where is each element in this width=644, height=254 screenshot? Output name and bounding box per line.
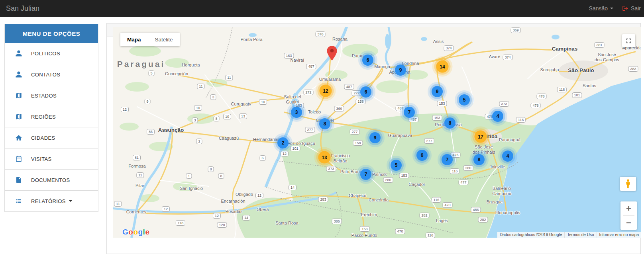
road-badge: 374 <box>503 55 512 60</box>
city-label: Santa Rosa <box>275 221 298 226</box>
cluster-marker-blue[interactable]: 5 <box>459 94 470 106</box>
user-menu-label: Sansão <box>589 5 608 12</box>
city-label: Avaré <box>489 54 501 59</box>
city-label: Obligado <box>236 192 253 197</box>
pegman-button[interactable] <box>620 177 636 191</box>
city-label: Posadas <box>226 209 243 214</box>
road-badge: 374 <box>444 45 454 51</box>
road-badge: 8 <box>213 116 219 121</box>
sidebar-item-label: CIDADES <box>31 135 55 141</box>
sidebar-item-label: POLITICOS <box>31 51 60 57</box>
city-label: Rosana <box>332 37 348 42</box>
map-type-satellite-button[interactable]: Satélite <box>148 33 180 46</box>
city-label: Santos <box>583 83 596 88</box>
cluster-marker-blue[interactable]: 6 <box>416 150 428 161</box>
fullscreen-icon <box>626 38 632 44</box>
cluster-marker-yellow[interactable]: 13 <box>318 151 331 164</box>
road-badge: 81 <box>133 155 141 160</box>
city-label: Ponta Porã <box>240 37 262 42</box>
report-map-error-link[interactable]: Informar erro no mapa <box>597 232 642 238</box>
top-navbar: San Julian Sansão Sair <box>0 0 644 17</box>
cluster-marker-blue[interactable]: 6 <box>360 86 371 98</box>
cluster-marker-blue[interactable]: 6 <box>362 55 373 66</box>
road-badge: 12 <box>121 107 129 112</box>
road-badge: 116 <box>426 233 435 238</box>
sidebar-item-relatorios[interactable]: RELATÓRIOS <box>5 190 98 211</box>
road-badge: 12 <box>255 193 263 198</box>
road-badge: 487 <box>306 64 316 69</box>
cluster-marker-blue[interactable]: 7 <box>360 169 371 180</box>
road-badge: 277 <box>349 129 359 135</box>
city-label: Maringá <box>374 64 390 69</box>
sidebar-item-documentos[interactable]: DOCUMENTOS <box>5 169 98 190</box>
city-label: São José dos Pinhais <box>473 145 495 154</box>
cluster-marker-blue[interactable]: 9 <box>395 64 406 76</box>
attribution-copyright: Dados cartográficos ©2019 Google <box>497 232 564 238</box>
road-badge: 8 <box>218 173 224 179</box>
city-label: Erechim <box>361 212 377 217</box>
google-logo-letter: e <box>145 228 149 236</box>
cluster-marker-blue[interactable]: 4 <box>502 150 513 162</box>
cluster-marker-blue[interactable]: 8 <box>319 118 330 129</box>
road-badge: 486 <box>471 207 481 213</box>
road-badge: 120 <box>217 222 227 228</box>
road-badge: 14 <box>242 215 250 221</box>
cluster-marker-blue[interactable]: 3 <box>291 107 302 118</box>
city-label: Encarnación <box>221 199 245 204</box>
cluster-marker-blue[interactable]: 2 <box>277 137 289 148</box>
road-badge: 14 <box>289 185 296 190</box>
map-icon <box>15 113 22 120</box>
road-badge: 1 <box>186 173 192 179</box>
cluster-marker-blue[interactable]: 7 <box>404 107 415 118</box>
sidebar-item-regioes[interactable]: REGIÕES <box>5 106 98 127</box>
road-badge: 116 <box>516 117 526 123</box>
city-label: Horqueta <box>182 63 200 68</box>
road-badge: 11 <box>197 84 204 89</box>
road-badge: 3 <box>210 94 216 100</box>
sidebar-item-visitas[interactable]: VISITAS <box>5 148 98 169</box>
map-type-map-button[interactable]: Mapa <box>120 33 148 46</box>
user-menu[interactable]: Sansão <box>589 5 613 12</box>
cluster-marker-yellow[interactable]: 14 <box>436 61 449 73</box>
city-label: Francisco Beltrão <box>331 153 350 163</box>
cluster-marker-blue[interactable]: 9 <box>369 132 381 143</box>
cluster-marker-blue[interactable]: 4 <box>492 111 503 122</box>
cluster-marker-blue[interactable]: 7 <box>442 154 453 165</box>
road-badge: 158 <box>353 140 363 146</box>
city-label: Curuguaty <box>231 102 251 107</box>
road-badge: 10 <box>223 114 231 119</box>
google-logo[interactable]: Google <box>122 228 149 236</box>
road-badge: 118 <box>176 220 185 226</box>
fullscreen-button[interactable] <box>622 34 635 47</box>
calendar-icon <box>15 155 22 162</box>
city-label: Passo Fundo <box>351 233 377 238</box>
cluster-marker-yellow[interactable]: 17 <box>475 131 487 143</box>
road-badge: 153 <box>399 173 409 178</box>
sidebar-item-contatos[interactable]: CONTATOS <box>5 64 98 85</box>
sidebar-item-politicos[interactable]: POLITICOS <box>5 43 98 64</box>
road-badge: 116 <box>557 87 567 92</box>
city-label: Hernandarias <box>253 137 279 142</box>
logout-link[interactable]: Sair <box>622 5 641 12</box>
zoom-in-button[interactable]: + <box>620 201 637 215</box>
city-label: Chapecó <box>349 193 366 198</box>
google-map[interactable]: ParaguaiPonta PorãRosanaNaviraíHorquetaC… <box>113 27 641 238</box>
app-brand: San Julian <box>0 4 39 13</box>
sidebar-item-estados[interactable]: ESTADOS <box>5 85 98 106</box>
chevron-down-icon <box>610 8 613 9</box>
cluster-marker-blue[interactable]: 8 <box>444 117 456 129</box>
map-pin-icon[interactable] <box>327 46 337 61</box>
terms-of-use-link[interactable]: Termos de Uso <box>564 232 596 238</box>
cluster-marker-blue[interactable]: 9 <box>432 86 443 97</box>
city-label: Guarapuava <box>388 133 412 138</box>
pegman-icon <box>625 179 631 189</box>
road-badge: 116 <box>450 168 459 174</box>
google-logo-letter: o <box>133 228 138 236</box>
zoom-out-button[interactable]: − <box>620 216 637 230</box>
cluster-marker-blue[interactable]: 8 <box>473 154 485 165</box>
sidebar-item-label: ESTADOS <box>31 93 57 99</box>
cluster-marker-blue[interactable]: 5 <box>391 160 402 171</box>
sidebar-item-cidades[interactable]: CIDADES <box>5 127 98 148</box>
chevron-down-icon <box>69 200 72 202</box>
cluster-marker-yellow[interactable]: 12 <box>320 85 332 97</box>
